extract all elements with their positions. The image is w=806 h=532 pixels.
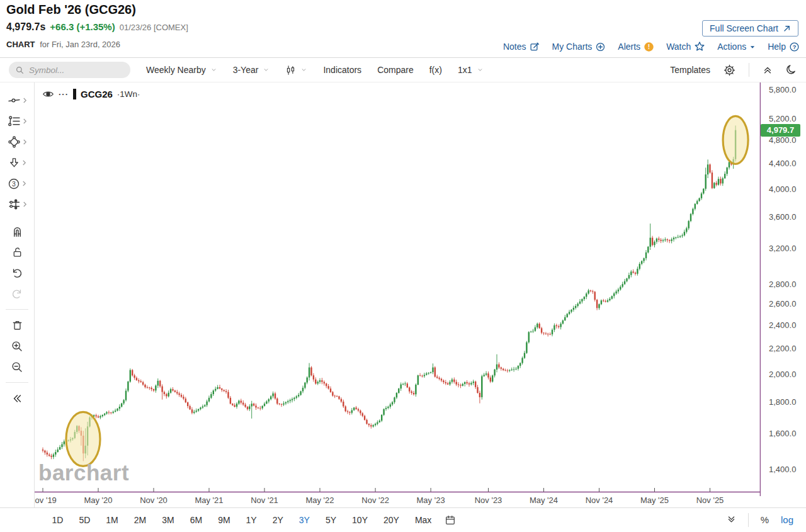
period-button-6m[interactable]: 6M: [182, 515, 210, 525]
undo-button[interactable]: [11, 263, 23, 283]
period-button-1d[interactable]: 1D: [44, 515, 71, 525]
chevron-double-down-icon[interactable]: [727, 515, 736, 524]
trendline-tool-button[interactable]: [8, 90, 27, 111]
period-button-1y[interactable]: 1Y: [238, 515, 264, 525]
log-scale-button[interactable]: log: [781, 514, 793, 525]
arrow-tool-button[interactable]: [8, 152, 26, 173]
sidebar-divider: [6, 382, 28, 383]
toolbar-button-indicators[interactable]: Indicators: [323, 65, 361, 75]
annotation-count-tool-button[interactable]: 3: [8, 173, 26, 194]
y-axis-tick-label: 1,400.0: [769, 465, 796, 474]
zoom-in-icon: [11, 340, 23, 353]
period-button-max[interactable]: Max: [407, 515, 439, 525]
period-button-20y[interactable]: 20Y: [376, 515, 407, 525]
highlight-ellipse-2026-spike[interactable]: [723, 116, 748, 164]
period-button-5y[interactable]: 5Y: [317, 515, 344, 525]
x-axis-tick-label: Nov '24: [586, 495, 613, 505]
unlock-button[interactable]: [11, 242, 23, 263]
percent-scale-button[interactable]: %: [761, 514, 769, 525]
period-button-3m[interactable]: 3M: [154, 515, 182, 525]
x-axis-tick-label: Nov '21: [251, 495, 278, 505]
x-axis-tick-label: May '25: [640, 495, 669, 505]
caret-down-icon: [749, 44, 756, 50]
range-dropdown-label: 3-Year: [233, 65, 259, 75]
magnet-icon: [11, 225, 24, 238]
x-axis-tick-label: Nov '20: [140, 495, 167, 505]
collapse-left-button[interactable]: [11, 388, 23, 409]
zoom-out-button[interactable]: [11, 356, 23, 377]
x-axis-tick-label: Nov '19: [35, 495, 57, 505]
symbol-search-input[interactable]: [29, 65, 142, 75]
nav-link-help[interactable]: Help?: [768, 42, 800, 52]
more-options-icon[interactable]: ···: [59, 89, 69, 99]
y-axis-tick-label: 5,800.0: [769, 85, 796, 94]
x-axis-tick-label: May '24: [530, 495, 558, 505]
y-axis-tick-label: 3,600.0: [769, 212, 796, 222]
zoom-in-button[interactable]: [11, 336, 23, 356]
nav-link-watch[interactable]: Watch: [666, 41, 705, 52]
highlight-ellipse-2020-crash[interactable]: [66, 412, 100, 466]
toolbar-button-label: Compare: [377, 65, 414, 75]
calendar-icon[interactable]: [445, 514, 456, 526]
price-chart[interactable]: [35, 82, 761, 496]
ne-arrow-icon: [783, 25, 791, 33]
alert-badge-icon: !: [644, 42, 654, 52]
symbol-search[interactable]: [9, 62, 130, 78]
magnet-button[interactable]: [11, 221, 24, 242]
fibonacci-tool-button[interactable]: [8, 111, 27, 132]
barchart-watermark: barchart: [38, 460, 129, 485]
undo-icon: [11, 267, 23, 280]
toolbar-button-fx[interactable]: f(x): [429, 65, 442, 75]
y-axis-tick-label: 2,400.0: [769, 320, 796, 330]
shapes-tool-button[interactable]: [8, 132, 27, 152]
period-button-2m[interactable]: 2M: [126, 515, 154, 525]
fibonacci-tool-icon: [8, 115, 21, 128]
period-button-5d[interactable]: 5D: [71, 515, 98, 525]
eye-icon[interactable]: [42, 88, 54, 100]
quote-timestamp: 01/23/26 [COMEX]: [120, 23, 188, 32]
chevron-double-up-icon[interactable]: [763, 65, 773, 75]
nav-link-actions[interactable]: Actions: [717, 42, 756, 52]
shapes-tool-icon: [8, 135, 21, 149]
period-button-3y[interactable]: 3Y: [291, 515, 317, 525]
toolbar-button-1x1[interactable]: 1x1: [458, 65, 484, 75]
quote-header: Gold Feb '26 (GCG26) 4,979.7s +66.3 (+1.…: [0, 0, 806, 58]
submenu-chevron-icon: [23, 118, 27, 124]
bottombar-divider: [748, 513, 749, 527]
svg-text:!: !: [648, 43, 650, 50]
x-axis-tick-label: May '21: [195, 495, 223, 505]
trash-icon: [11, 319, 23, 331]
chevron-down-icon: [210, 67, 217, 72]
svg-text:3: 3: [12, 179, 16, 187]
nav-link-my-charts[interactable]: My Charts: [552, 42, 606, 52]
y-axis-tick-label: 4,000.0: [769, 184, 796, 193]
y-axis-tick-label: 4,400.0: [769, 159, 796, 168]
x-axis-tick-label: May '23: [417, 495, 445, 505]
toolbar-button-compare[interactable]: Compare: [377, 65, 414, 75]
chart-type-dropdown[interactable]: [285, 65, 307, 76]
full-screen-chart-button[interactable]: Full Screen Chart: [702, 20, 798, 37]
circle-question-icon: ?: [789, 42, 800, 52]
period-button-9m[interactable]: 9M: [210, 515, 238, 525]
moon-icon[interactable]: [786, 64, 797, 76]
y-axis-tick-label: 2,800.0: [769, 279, 796, 288]
frequency-dropdown[interactable]: Weekly Nearby: [146, 65, 217, 75]
measure-tool-button[interactable]: [8, 194, 27, 215]
y-axis-tick-label: 4,800.0: [769, 135, 796, 145]
toolbar-button-label: f(x): [429, 65, 442, 75]
nav-link-alerts[interactable]: Alerts!: [618, 42, 654, 52]
templates-button[interactable]: Templates: [670, 65, 710, 75]
trendline-tool-icon: [8, 94, 21, 107]
trash-button[interactable]: [11, 315, 23, 336]
period-button-2y[interactable]: 2Y: [264, 515, 291, 525]
zoom-out-icon: [11, 361, 23, 373]
period-button-1m[interactable]: 1M: [98, 515, 126, 525]
gear-icon[interactable]: [724, 64, 735, 76]
frequency-dropdown-label: Weekly Nearby: [146, 65, 206, 75]
chart-label: CHART: [6, 40, 35, 49]
quote-line: 4,979.7s +66.3 (+1.35%) 01/23/26 [COMEX]: [6, 21, 806, 33]
nav-link-label: Help: [768, 42, 786, 52]
nav-link-notes[interactable]: Notes: [503, 42, 540, 52]
range-dropdown[interactable]: 3-Year: [233, 65, 270, 75]
period-button-10y[interactable]: 10Y: [344, 515, 376, 525]
